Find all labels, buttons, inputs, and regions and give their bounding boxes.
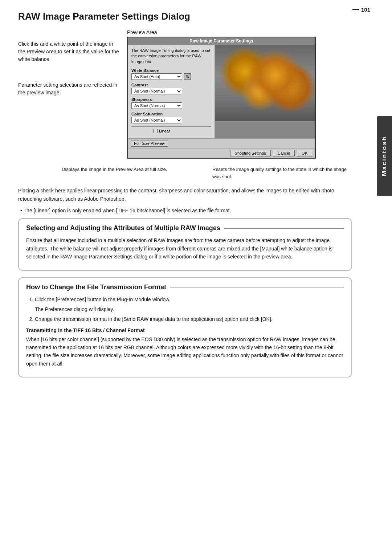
step-1-sub: The Preferences dialog will display. (26, 305, 344, 313)
sharpness-label: Sharpness (131, 97, 211, 102)
file-transmission-steps: Click the [Preferences] button in the Pl… (26, 295, 344, 304)
white-balance-annotation: Click this and a white point of the imag… (18, 40, 120, 63)
contrast-label: Contrast (131, 83, 211, 87)
preview-area-wrapper: Preview Area (127, 29, 168, 37)
contrast-row: As Shot (Normal) (131, 88, 211, 94)
main-content: RAW Image Parameter Settings Dialog Clic… (0, 0, 392, 395)
color-saturation-row: As Shot (Normal) (131, 117, 211, 123)
file-transmission-section: How to Change the File Transmission Form… (18, 277, 352, 378)
page-title: RAW Image Parameter Settings Dialog (18, 11, 352, 22)
file-transmission-steps-2: Change the transmission format in the [S… (26, 315, 344, 324)
dialog-info-text: The RAW Image Tuning dialog is used to s… (131, 48, 211, 65)
sharpness-row: As Shot (Normal) (131, 102, 211, 109)
color-saturation-group: Color Saturation As Shot (Normal) (131, 112, 211, 123)
sharpness-group: Sharpness As Shot (Normal) (131, 97, 211, 109)
dialog-right: Preview Area Raw Image Parameter Setting… (120, 29, 352, 159)
dialog-mockup: Raw Image Parameter Settings The RAW Ima… (127, 37, 316, 159)
dialog-body: The RAW Image Tuning dialog is used to s… (128, 45, 315, 138)
linear-label: Linear (159, 129, 170, 133)
bottom-annotations: Displays the image in the Preview Area a… (62, 166, 352, 180)
white-balance-picker-btn[interactable]: ✎ (184, 73, 191, 80)
page-number: 101 (352, 7, 370, 13)
dialog-section: Click this and a white point of the imag… (18, 29, 352, 159)
left-annotations: Click this and a white point of the imag… (18, 29, 120, 159)
sidebar-tab-label: Macintosh (381, 136, 388, 176)
dialog-preview-panel (215, 45, 315, 138)
linear-row: Linear (131, 129, 211, 133)
preview-area-label: Preview Area (127, 29, 168, 35)
dialog-title-bar: Raw Image Parameter Settings (128, 37, 315, 45)
fullsize-preview-button[interactable]: Full-Size Preview (131, 140, 168, 147)
multiple-raw-title: Selecting and Adjusting the Attributes o… (26, 224, 220, 232)
white-balance-label: White Balance (131, 68, 211, 73)
color-saturation-label: Color Saturation (131, 112, 211, 116)
file-transmission-title-bar: How to Change the File Transmission Form… (26, 283, 344, 291)
multiple-raw-title-bar: Selecting and Adjusting the Attributes o… (26, 224, 344, 232)
contrast-group: Contrast As Shot (Normal) (131, 83, 211, 94)
color-saturation-select[interactable]: As Shot (Normal) (131, 117, 182, 123)
white-balance-row: As Shot (Auto) ✎ (131, 73, 211, 80)
linear-checkbox[interactable] (153, 129, 158, 133)
contrast-select[interactable]: As Shot (Normal) (131, 88, 182, 94)
file-transmission-title: How to Change the File Transmission Form… (26, 283, 166, 291)
tiff-subtitle: Transmitting in the TIFF 16 Bits / Chann… (26, 327, 344, 333)
cancel-button[interactable]: Cancel (273, 150, 295, 156)
linear-note: • The [Linear] option is only enabled wh… (18, 207, 352, 215)
dialog-action-bar: Shooting Settings Cancel OK (128, 148, 315, 158)
multiple-raw-section: Selecting and Adjusting the Attributes o… (18, 218, 352, 270)
fullsize-annotation: Displays the image in the Preview Area a… (62, 166, 201, 180)
white-balance-select[interactable]: As Shot (Auto) (131, 73, 182, 80)
step-1: Click the [Preferences] button in the Pl… (35, 295, 344, 304)
dialog-left-panel: The RAW Image Tuning dialog is used to s… (128, 45, 215, 138)
tiff-body: When [16 bits per color channel] (suppor… (26, 335, 344, 368)
preview-image (215, 45, 315, 121)
step-2: Change the transmission format in the [S… (35, 315, 344, 324)
shooting-settings-button[interactable]: Shooting Settings (230, 150, 271, 156)
reset-annotation: Resets the image quality settings to the… (212, 166, 352, 180)
multiple-raw-body: Ensure that all images included in a mul… (26, 236, 344, 261)
white-balance-group: White Balance As Shot (Auto) ✎ (131, 68, 211, 80)
parameter-annotation: Parameter setting selections are reflect… (18, 81, 120, 97)
dialog-bottom-bar: Full-Size Preview (128, 138, 315, 148)
ok-button[interactable]: OK (297, 150, 312, 156)
linear-description: Placing a check here applies linear proc… (18, 187, 352, 203)
sidebar-tab: Macintosh (377, 116, 392, 196)
sharpness-select[interactable]: As Shot (Normal) (131, 102, 182, 109)
